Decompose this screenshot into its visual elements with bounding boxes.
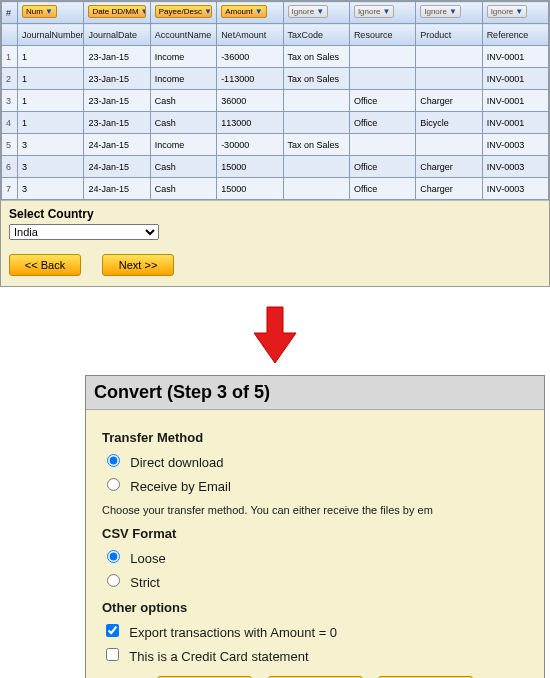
mapping-pill[interactable]: Ignore▼ [487,5,528,18]
column-mapping-dropdown[interactable]: Ignore▼ [482,2,548,24]
column-mapping-dropdown[interactable]: Ignore▼ [349,2,415,24]
cell: 3 [18,134,84,156]
country-panel: Select Country India << Back Next >> [1,200,549,286]
nav-buttons: << Back Next >> [9,254,541,276]
cell [283,112,349,134]
radio-direct-download[interactable] [107,454,120,467]
radio-strict[interactable] [107,574,120,587]
cell: 23-Jan-15 [84,90,150,112]
checkbox-export-zero[interactable] [106,624,119,637]
column-mapping-dropdown[interactable]: Payee/Desc▼ [150,2,216,24]
cell: INV-0003 [482,156,548,178]
cell: 24-Jan-15 [84,156,150,178]
column-header: AccountName [150,24,216,46]
column-header: JournalDate [84,24,150,46]
cell: 3 [18,178,84,200]
mapping-pill[interactable]: Payee/Desc▼ [155,5,212,18]
cell: 23-Jan-15 [84,46,150,68]
mapping-pill[interactable]: Num▼ [22,5,57,18]
flow-arrow [0,305,550,367]
radio-direct-download-label: Direct download [130,455,223,470]
row-index: 6 [2,156,18,178]
cell: 1 [18,112,84,134]
table-row[interactable]: 3123-Jan-15Cash36000OfficeChargerINV-000… [2,90,549,112]
cell: Income [150,68,216,90]
table-row[interactable]: 1123-Jan-15Income-36000Tax on SalesINV-0… [2,46,549,68]
step3-title: Convert (Step 3 of 5) [86,376,544,410]
cell: 24-Jan-15 [84,134,150,156]
row-index: 2 [2,68,18,90]
cell: Bicycle [416,112,482,134]
cell [416,46,482,68]
row-index: 3 [2,90,18,112]
cell [349,134,415,156]
csv-format-label: CSV Format [102,526,528,541]
column-header: TaxCode [283,24,349,46]
cell: 113000 [217,112,283,134]
column-header: Resource [349,24,415,46]
table-row[interactable]: 7324-Jan-15Cash15000OfficeChargerINV-000… [2,178,549,200]
mapping-pill[interactable]: Amount▼ [221,5,267,18]
row-index: 1 [2,46,18,68]
checkbox-credit-card[interactable] [106,648,119,661]
cell: Cash [150,112,216,134]
mapping-pill[interactable]: Date DD/MM▼ [88,5,145,18]
cell: INV-0001 [482,68,548,90]
transfer-description: Choose your transfer method. You can eit… [102,504,528,516]
cell [416,68,482,90]
cell: Tax on Sales [283,134,349,156]
checkbox-credit-card-label: This is a Credit Card statement [129,649,308,664]
cell: -36000 [217,46,283,68]
back-button[interactable]: << Back [9,254,81,276]
table-row[interactable]: 5324-Jan-15Income-30000Tax on SalesINV-0… [2,134,549,156]
data-grid: # Num▼Date DD/MM▼Payee/Desc▼Amount▼Ignor… [1,1,549,200]
checkbox-export-zero-label: Export transactions with Amount = 0 [129,625,337,640]
table-row[interactable]: 4123-Jan-15Cash113000OfficeBicycleINV-00… [2,112,549,134]
cell [416,134,482,156]
cell: 1 [18,46,84,68]
column-header: NetAmount [217,24,283,46]
column-mapping-dropdown[interactable]: Date DD/MM▼ [84,2,150,24]
column-mapping-dropdown[interactable]: Ignore▼ [283,2,349,24]
transfer-method-label: Transfer Method [102,430,528,445]
cell: Office [349,112,415,134]
cell: Charger [416,90,482,112]
cell: Income [150,134,216,156]
chevron-down-icon: ▼ [141,7,146,16]
table-row[interactable]: 6324-Jan-15Cash15000OfficeChargerINV-000… [2,156,549,178]
mapping-pill[interactable]: Ignore▼ [288,5,329,18]
cell [283,178,349,200]
column-mapping-dropdown[interactable]: Num▼ [18,2,84,24]
radio-receive-email[interactable] [107,478,120,491]
cell: Cash [150,178,216,200]
next-button[interactable]: Next >> [102,254,174,276]
cell: INV-0001 [482,90,548,112]
idx-header: # [2,2,18,24]
column-mapping-dropdown[interactable]: Ignore▼ [416,2,482,24]
step3-body: Transfer Method Direct download Receive … [86,410,544,678]
cell [283,156,349,178]
cell: -30000 [217,134,283,156]
data-grid-wrap: # Num▼Date DD/MM▼Payee/Desc▼Amount▼Ignor… [1,1,549,200]
cell: Office [349,178,415,200]
cell: 3 [18,156,84,178]
cell: -113000 [217,68,283,90]
chevron-down-icon: ▼ [45,7,53,16]
cell: INV-0003 [482,178,548,200]
column-header: Reference [482,24,548,46]
row-index: 7 [2,178,18,200]
cell: Cash [150,156,216,178]
table-row[interactable]: 2123-Jan-15Income-113000Tax on SalesINV-… [2,68,549,90]
column-mapping-dropdown[interactable]: Amount▼ [217,2,283,24]
mapping-pill[interactable]: Ignore▼ [420,5,461,18]
mapping-pill[interactable]: Ignore▼ [354,5,395,18]
cell: Tax on Sales [283,46,349,68]
arrow-down-icon [252,305,298,365]
country-select[interactable]: India [9,224,159,240]
cell: 36000 [217,90,283,112]
country-label: Select Country [9,207,541,221]
cell: Tax on Sales [283,68,349,90]
cell: Charger [416,156,482,178]
radio-strict-label: Strict [130,575,160,590]
radio-loose[interactable] [107,550,120,563]
